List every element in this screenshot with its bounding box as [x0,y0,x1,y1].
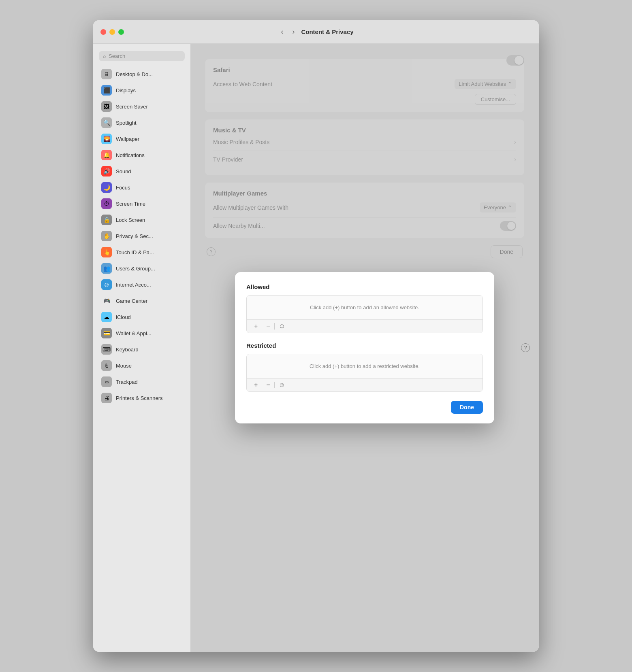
forward-button[interactable]: › [290,27,297,37]
sidebar-label-trackpad: Trackpad [116,379,138,385]
modal-footer: Done [246,401,483,414]
sidebar-item-sound[interactable]: 🔊 Sound [96,163,188,179]
sidebar-label-internet: Internet Acco... [116,282,151,288]
restricted-list-box: Click add (+) button to add a restricted… [246,354,483,392]
desktop-icon: 🖥 [101,69,112,79]
restricted-remove-button[interactable]: − [263,381,273,389]
sidebar-label-sound: Sound [116,168,131,174]
main-content: ⌕ Search 🖥 Desktop & Do... ⬛ Displays 🖼 … [93,44,539,652]
sidebar-label-screen-time: Screen Time [116,201,145,207]
sidebar-item-displays[interactable]: ⬛ Displays [96,82,188,98]
restricted-toolbar: + − ☺ [247,378,483,391]
sidebar-label-wallet: Wallet & Appl... [116,330,152,336]
sidebar-label-printers: Printers & Scanners [116,395,163,401]
sidebar-item-screen-saver[interactable]: 🖼 Screen Saver [96,98,188,115]
allowed-emoji-button[interactable]: ☺ [275,322,288,330]
wallet-icon: 💳 [101,328,112,338]
icloud-icon: ☁ [101,312,112,322]
keyboard-icon: ⌨ [101,344,112,355]
sidebar-item-internet[interactable]: @ Internet Acco... [96,276,188,293]
focus-icon: 🌙 [101,182,112,193]
internet-icon: @ [101,279,112,290]
modal-dialog: Allowed Click add (+) button to add an a… [235,272,494,423]
sidebar-label-desktop: Desktop & Do... [116,71,153,77]
sidebar-label-notifications: Notifications [116,152,145,158]
sidebar-label-wallpaper: Wallpaper [116,136,139,142]
restricted-empty-message: Click add (+) button to add a restricted… [247,354,483,378]
sidebar-label-displays: Displays [116,87,136,94]
sidebar: ⌕ Search 🖥 Desktop & Do... ⬛ Displays 🖼 … [93,44,190,652]
sidebar-item-notifications[interactable]: 🔔 Notifications [96,147,188,163]
sound-icon: 🔊 [101,166,112,177]
trackpad-icon: ▭ [101,376,112,387]
restricted-section: Restricted Click add (+) button to add a… [246,342,483,392]
sidebar-item-game-center[interactable]: 🎮 Game Center [96,293,188,309]
allowed-section: Allowed Click add (+) button to add an a… [246,283,483,333]
touch-id-icon: 👆 [101,247,112,257]
sidebar-item-printers[interactable]: 🖨 Printers & Scanners [96,390,188,406]
displays-icon: ⬛ [101,85,112,96]
restricted-title: Restricted [246,342,483,349]
allowed-empty-message: Click add (+) button to add an allowed w… [247,296,483,319]
search-placeholder: Search [109,53,125,59]
sidebar-item-lock-screen[interactable]: 🔒 Lock Screen [96,212,188,228]
search-box[interactable]: ⌕ Search [99,51,185,61]
main-window: ‹ › Content & Privacy ⌕ Search 🖥 Desktop… [93,20,539,652]
users-icon: 👥 [101,263,112,274]
allowed-toolbar: + − ☺ [247,319,483,333]
sidebar-item-privacy[interactable]: ✋ Privacy & Sec... [96,228,188,244]
sidebar-item-focus[interactable]: 🌙 Focus [96,179,188,196]
sidebar-item-trackpad[interactable]: ▭ Trackpad [96,374,188,390]
sidebar-label-focus: Focus [116,185,130,191]
sidebar-label-icloud: iCloud [116,314,131,320]
notifications-icon: 🔔 [101,150,112,160]
title-bar: ‹ › Content & Privacy [93,20,539,44]
sidebar-item-wallet[interactable]: 💳 Wallet & Appl... [96,325,188,341]
allowed-remove-button[interactable]: − [263,322,273,330]
close-button[interactable] [100,29,106,35]
sidebar-search: ⌕ Search [93,49,190,66]
back-button[interactable]: ‹ [278,27,286,37]
printers-icon: 🖨 [101,393,112,403]
sidebar-label-lock-screen: Lock Screen [116,217,145,223]
sidebar-item-mouse[interactable]: 🖱 Mouse [96,357,188,374]
allowed-title: Allowed [246,283,483,290]
sidebar-label-privacy: Privacy & Sec... [116,233,153,239]
minimize-button[interactable] [109,29,115,35]
traffic-lights [100,29,124,35]
game-center-icon: 🎮 [101,296,112,306]
sidebar-label-touch-id: Touch ID & Pa... [116,249,154,255]
sidebar-item-desktop[interactable]: 🖥 Desktop & Do... [96,66,188,82]
allowed-list-box: Click add (+) button to add an allowed w… [246,295,483,333]
sidebar-label-spotlight: Spotlight [116,120,137,126]
allowed-add-button[interactable]: + [251,322,261,330]
spotlight-icon: 🔍 [101,117,112,128]
toolbar-separator-1 [262,323,262,330]
screen-time-icon: ⏱ [101,198,112,209]
sidebar-label-users: Users & Group... [116,266,155,272]
lock-screen-icon: 🔒 [101,215,112,225]
sidebar-label-screen-saver: Screen Saver [116,104,148,110]
title-center: ‹ › Content & Privacy [278,27,353,37]
sidebar-item-spotlight[interactable]: 🔍 Spotlight [96,115,188,131]
wallpaper-icon: 🌄 [101,134,112,144]
sidebar-item-screen-time[interactable]: ⏱ Screen Time [96,196,188,212]
sidebar-item-touch-id[interactable]: 👆 Touch ID & Pa... [96,244,188,260]
sidebar-item-users[interactable]: 👥 Users & Group... [96,260,188,276]
sidebar-item-keyboard[interactable]: ⌨ Keyboard [96,341,188,357]
sidebar-item-wallpaper[interactable]: 🌄 Wallpaper [96,131,188,147]
window-title: Content & Privacy [301,28,353,35]
sidebar-label-keyboard: Keyboard [116,347,139,353]
screen-saver-icon: 🖼 [101,101,112,112]
sidebar-label-game-center: Game Center [116,298,147,304]
toolbar-separator-2 [274,323,275,330]
restricted-add-button[interactable]: + [251,381,261,389]
privacy-icon: ✋ [101,231,112,241]
maximize-button[interactable] [118,29,124,35]
sidebar-label-mouse: Mouse [116,363,132,369]
right-pane: Safari Access to Web Content Limit Adult… [190,44,539,652]
modal-done-button[interactable]: Done [451,401,483,414]
sidebar-item-icloud[interactable]: ☁ iCloud [96,309,188,325]
search-icon: ⌕ [103,53,106,59]
restricted-emoji-button[interactable]: ☺ [275,381,288,389]
